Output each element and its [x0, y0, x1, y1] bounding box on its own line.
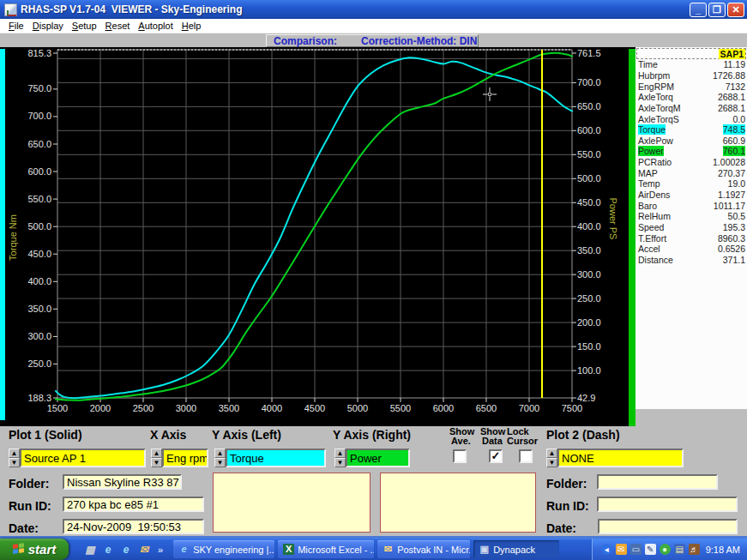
desktop-icon[interactable]: ▩ [84, 544, 96, 556]
show-ave-label2: Ave. [451, 436, 471, 446]
plot2-spinner[interactable]: ▲▼ [546, 449, 557, 467]
ie-icon: e [178, 544, 190, 555]
close-button[interactable]: ✕ [727, 3, 744, 17]
svg-text:7500: 7500 [562, 403, 582, 413]
notepad-tray-icon[interactable]: ✎ [645, 544, 656, 555]
data-row-accel: Accel0.6526 [636, 244, 747, 255]
show-ave-checkbox[interactable] [453, 449, 467, 463]
svg-text:4500: 4500 [304, 403, 325, 413]
data-readout-panel: SAP1Time11.19Hubrpm1726.88EngRPM7132Axle… [636, 47, 747, 409]
svg-text:700.0: 700.0 [577, 77, 601, 87]
runid2-field[interactable] [597, 497, 738, 512]
runid-field[interactable]: 270 kpa bc e85 #1 [63, 497, 204, 512]
quick-launch: ▩ee✉» [69, 544, 170, 556]
task-button-4[interactable]: ▣Dynapack [473, 540, 559, 558]
start-button[interactable]: start [0, 539, 69, 560]
date2-field[interactable] [598, 519, 738, 534]
display-tray-icon[interactable]: ▭ [630, 544, 642, 555]
xaxis-spinner[interactable]: ▲▼ [151, 449, 162, 467]
shield-tray-icon[interactable]: ● [660, 544, 671, 555]
task-button-2[interactable]: XMicrosoft Excel - ... [278, 540, 374, 558]
svg-text:550.0: 550.0 [27, 194, 51, 204]
restore-button[interactable]: ❐ [708, 3, 726, 17]
show-data-checkbox[interactable]: ✓ [489, 449, 503, 463]
clock: 9:18 AM [706, 545, 740, 555]
plot1-spinner[interactable]: ▲▼ [9, 449, 20, 467]
data-row-temp: Temp19.0 [636, 178, 747, 190]
menu-file[interactable]: File [5, 20, 27, 33]
app-icon [4, 3, 17, 16]
panel-under-filler [636, 409, 747, 426]
xaxis-field[interactable]: Eng rpm [162, 449, 208, 467]
yright-field[interactable]: Power [346, 449, 410, 467]
quick-launch-overflow-chevron[interactable]: » [158, 545, 163, 555]
plot2-field[interactable]: NONE [557, 449, 684, 467]
svg-text:3000: 3000 [176, 403, 196, 413]
svg-text:4000: 4000 [262, 403, 282, 413]
show-data-label2: Data [482, 436, 503, 446]
task-label: Postvak IN - Micr... [397, 545, 470, 555]
data-row-torque: Torque748.5 [636, 124, 747, 135]
minimize-button[interactable]: _ [690, 3, 707, 17]
yleft-field[interactable]: Torque [226, 449, 326, 467]
date2-label: Date: [546, 521, 576, 535]
lock-cursor-checkbox[interactable] [519, 449, 533, 463]
svg-text:188.3: 188.3 [27, 393, 51, 403]
folder2-label: Folder: [546, 477, 587, 491]
back-chevron-icon[interactable]: ◂ [601, 544, 612, 555]
folder-field[interactable]: Nissan Skyline R33 87 [63, 474, 182, 490]
date-field[interactable]: 24-Nov-2009 19:50:53 [63, 519, 204, 534]
task-button-1[interactable]: eSKY engineering |... [173, 540, 274, 558]
folder2-field[interactable] [597, 474, 718, 490]
data-row-speed: Speed195.3 [636, 222, 747, 233]
ie-icon[interactable]: e [120, 544, 132, 556]
svg-text:650.0: 650.0 [27, 139, 51, 149]
svg-text:450.0: 450.0 [27, 249, 51, 259]
menu-help[interactable]: Help [178, 20, 205, 33]
run-name-badge: SAP1 [719, 49, 745, 59]
task-label: Dynapack [493, 545, 535, 555]
data-row-axlepow: AxlePow660.9 [636, 135, 747, 146]
menu-autoplot[interactable]: Autoplot [135, 20, 176, 33]
outlook-tray-icon[interactable]: ✉ [616, 544, 627, 555]
task-label: SKY engineering |... [193, 545, 274, 555]
windows-logo-icon [13, 543, 25, 556]
task-button-3[interactable]: ✉Postvak IN - Micr... [377, 540, 470, 558]
data-panel-header: SAP1 [636, 48, 746, 59]
svg-text:600.0: 600.0 [27, 166, 51, 177]
svg-text:400.0: 400.0 [577, 221, 601, 232]
svg-text:1500: 1500 [47, 403, 68, 413]
svg-text:450.0: 450.0 [577, 197, 601, 208]
window-title: RHAS-SP V1.7-04 VIEWER - Sky-Engineering [21, 3, 243, 15]
start-label: start [28, 542, 57, 557]
data-row-map: MAP270.37 [636, 167, 747, 178]
data-row-hubrpm: Hubrpm1726.88 [636, 70, 747, 81]
svg-text:2500: 2500 [133, 403, 154, 413]
svg-text:350.0: 350.0 [577, 245, 601, 256]
svg-text:750.0: 750.0 [27, 83, 51, 93]
svg-text:350.0: 350.0 [27, 304, 51, 314]
menu-bar: FileDisplaySetupResetAutoplotHelp [0, 19, 747, 33]
ie-icon[interactable]: e [102, 544, 114, 556]
svg-text:300.0: 300.0 [27, 331, 51, 341]
runid2-label: Run ID: [546, 499, 589, 513]
comment-box-1[interactable] [213, 473, 370, 533]
plot1-source-field[interactable]: Source AP 1 [20, 449, 146, 467]
volume-tray-icon[interactable]: ♬ [689, 544, 700, 555]
outlook-icon[interactable]: ✉ [138, 544, 150, 556]
svg-text:5500: 5500 [390, 403, 411, 413]
yleft-spinner[interactable]: ▲▼ [214, 449, 226, 467]
data-row-baro: Baro1011.17 [636, 200, 747, 211]
dyno-chart[interactable]: 815.3750.0700.0650.0600.0550.0500.0450.0… [0, 47, 636, 426]
data-row-time: Time11.19 [636, 59, 747, 70]
svg-text:6000: 6000 [433, 403, 454, 413]
chart-area: 815.3750.0700.0650.0600.0550.0500.0450.0… [0, 47, 747, 426]
menu-display[interactable]: Display [29, 20, 67, 33]
comment-box-2[interactable] [380, 473, 536, 533]
menu-reset[interactable]: Reset [102, 20, 134, 33]
cards-tray-icon[interactable]: ▤ [674, 544, 685, 555]
menu-setup[interactable]: Setup [69, 20, 100, 33]
svg-text:500.0: 500.0 [27, 221, 51, 232]
yright-spinner[interactable]: ▲▼ [334, 449, 346, 467]
data-row-t.effort: T.Effort8960.3 [636, 232, 747, 244]
